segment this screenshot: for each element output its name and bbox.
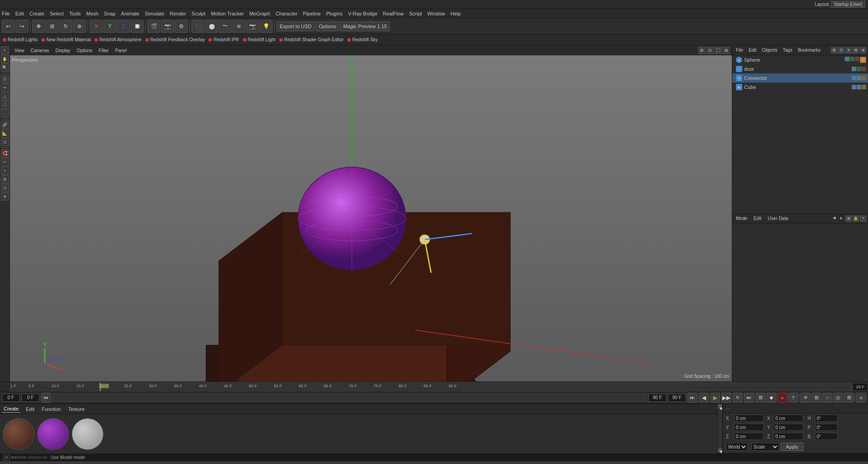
play-forward-button[interactable]: ▶▶ (721, 393, 731, 403)
menu-simulate[interactable]: Simulate (145, 11, 164, 16)
mat-function-tab[interactable]: Function (40, 405, 63, 413)
vp-options-tab[interactable]: Options (74, 48, 95, 54)
coord-button[interactable]: 🔲 (131, 20, 143, 33)
coord-x-size[interactable] (774, 415, 803, 422)
material-brown[interactable] (3, 418, 35, 450)
polygon-tool[interactable]: △ (1, 92, 9, 100)
snap-tool[interactable]: 🔗 (1, 121, 9, 129)
light-tool[interactable]: 💡 (260, 20, 272, 33)
edge-tool[interactable]: ⬡ (1, 101, 9, 109)
viewport[interactable]: Perspective (10, 55, 732, 381)
deform-tool[interactable]: ≋ (232, 20, 245, 33)
menu-file[interactable]: File (2, 11, 10, 16)
object-cube[interactable]: ■ Cube (732, 83, 868, 92)
undo-button[interactable]: ↩ (2, 20, 15, 33)
object-connector[interactable]: ⊕ Connector (732, 73, 868, 83)
rs-ipr[interactable]: Redshift IPR (208, 37, 239, 42)
mat-texture-tab[interactable]: Texture (66, 405, 86, 413)
rs-shader-editor[interactable]: Redshift Shader Graph Editor (279, 37, 344, 42)
scrollbar-up[interactable]: ▲ (718, 405, 722, 408)
menu-mograph[interactable]: MoGraph (249, 11, 270, 16)
keyframe-button[interactable]: ◆ (766, 393, 776, 403)
timeline-ruler[interactable]: 1 F 5 F 10 F 15 F 20 F 25 F 30 F 35 F 40… (10, 382, 852, 391)
user-data-tab[interactable]: User Data (766, 215, 790, 222)
rs-lights[interactable]: Redshift Lights (3, 37, 38, 42)
coord-b-rot[interactable] (815, 433, 838, 440)
props-arrow-up[interactable]: ▲ (839, 215, 844, 222)
zoom-tool[interactable]: 🔍 (1, 63, 9, 72)
loop-button[interactable]: ↻ (733, 393, 743, 403)
menu-motion-tracker[interactable]: Motion Tracker (211, 11, 244, 16)
objects-icon-3[interactable]: ✕ (845, 47, 852, 54)
objects-tab[interactable]: Objects (760, 47, 779, 54)
objects-icon-1[interactable]: ⊞ (831, 47, 837, 54)
mat-create-tab[interactable]: Create (2, 405, 20, 413)
go-to-end-button[interactable]: ⏭ (744, 393, 754, 403)
menu-snap[interactable]: Snap (104, 11, 116, 16)
soft-sel-tool[interactable]: ◎ (1, 184, 9, 192)
vp-display-tab[interactable]: Display (53, 48, 73, 54)
record-button[interactable]: ⊞ (755, 393, 765, 403)
vp-icon-3[interactable]: ⛶ (715, 47, 722, 54)
cube-tool[interactable]: ⬛ (192, 20, 204, 33)
grid2-toggle[interactable]: ⊞ (844, 393, 854, 403)
current-frame-input[interactable] (21, 394, 39, 402)
material-purple[interactable] (37, 418, 69, 450)
render-button[interactable]: 🎬 (148, 20, 160, 33)
vp-filter-tab[interactable]: Filter (96, 48, 111, 54)
bridge-tool[interactable]: ⤷ (1, 166, 9, 175)
mat-edit-tab[interactable]: Edit (24, 405, 36, 413)
hand-tool[interactable]: ✋ (1, 55, 9, 63)
grid-toggle[interactable]: ⊞ (811, 393, 821, 403)
coord-p-rot[interactable] (815, 424, 838, 431)
menu-realflow[interactable]: RealFlow (383, 11, 404, 16)
objects-icon-4[interactable]: ⊞ (853, 47, 859, 54)
coord-space-select[interactable]: World Local (726, 443, 748, 451)
vp-icon-4[interactable]: ⊞ (723, 47, 730, 54)
spline-tool[interactable]: 〜 (219, 20, 232, 33)
props-arrow-left[interactable]: ◀ (833, 215, 838, 222)
move-tool-button[interactable]: ✥ (32, 20, 45, 33)
z-axis-button[interactable]: Z (117, 20, 130, 33)
object-door[interactable]: □ door (732, 64, 868, 73)
menu-character[interactable]: Character (276, 11, 297, 16)
menu-animate[interactable]: Animate (121, 11, 139, 16)
y-axis-button[interactable]: Y (104, 20, 116, 33)
options-button[interactable]: Options (316, 21, 339, 31)
mode-tab[interactable]: Mode (734, 215, 749, 222)
camera-tool[interactable]: 📷 (246, 20, 259, 33)
select-tool-button[interactable]: ⊕ (73, 20, 86, 33)
magic-preview-button[interactable]: Magic Preview 1.15 (340, 21, 390, 31)
lock-toggle[interactable]: ○ (822, 393, 832, 403)
weight-tool[interactable]: ⚖ (1, 138, 9, 146)
file-tab[interactable]: File (734, 47, 745, 54)
menu-edit[interactable]: Edit (15, 11, 24, 16)
layout-value[interactable]: Startup [User] (831, 1, 865, 8)
play-back-button[interactable]: ◀ (699, 393, 709, 403)
props-icon-2[interactable]: 🔒 (853, 215, 859, 222)
target-toggle[interactable]: ◎ (833, 393, 843, 403)
material-grey[interactable] (72, 418, 104, 450)
point-tool[interactable]: · (1, 109, 9, 117)
scrollbar-down[interactable]: ▼ (718, 449, 722, 452)
magnet-tool[interactable]: 🧲 (1, 149, 9, 157)
rs-sky[interactable]: Redshift Sky (347, 37, 378, 42)
rs-light[interactable]: Redshift Light (243, 37, 276, 42)
playback-timeline[interactable] (52, 394, 647, 402)
pointer-tool[interactable]: ↖ (1, 46, 9, 54)
menu-sculpt[interactable]: Sculpt (192, 11, 206, 16)
redo-button[interactable]: ↪ (15, 20, 28, 33)
rs-atmosphere[interactable]: Redshift Atmosphere (94, 37, 142, 42)
props-icon-1[interactable]: ⊞ (845, 215, 852, 222)
sphere-tool[interactable]: ⬤ (205, 20, 218, 33)
menu-select[interactable]: Select (50, 11, 64, 16)
question-button[interactable]: ? (788, 393, 798, 403)
rotate-tool-button[interactable]: ↻ (59, 20, 72, 33)
render-region-button[interactable]: 📷 (161, 20, 174, 33)
mat-scrollbar[interactable]: ▲ ▼ (717, 404, 723, 453)
list-button[interactable]: ≡ (856, 393, 866, 403)
rs-overlay[interactable]: Redshift Feedback Overlay (145, 37, 205, 42)
step-start-button[interactable]: ⏮ (41, 393, 51, 403)
coord-z-size[interactable] (774, 433, 803, 440)
menu-render[interactable]: Render (170, 11, 186, 16)
